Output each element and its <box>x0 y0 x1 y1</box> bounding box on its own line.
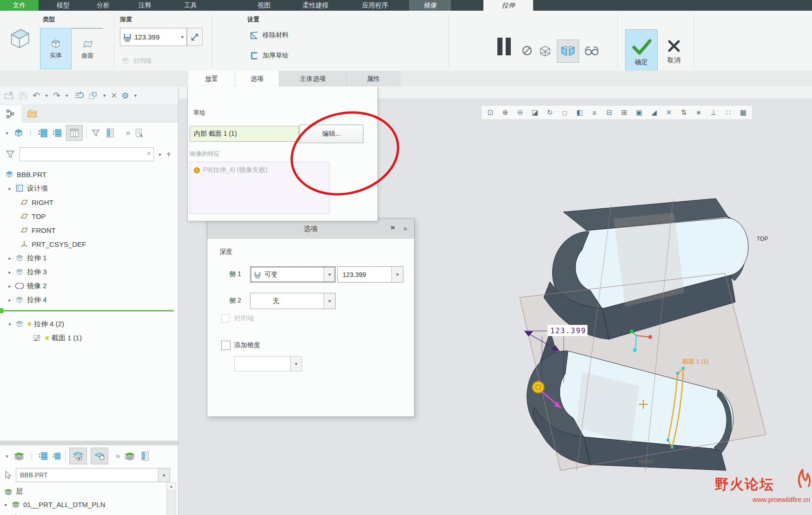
layer-model-dropdown-icon[interactable]: ▾ <box>158 469 170 482</box>
no-preview-icon[interactable] <box>522 45 533 56</box>
dimension-value[interactable]: 123.399 <box>550 327 586 335</box>
layers-icon[interactable] <box>13 450 25 462</box>
closed-end-option[interactable]: 封闭端 <box>121 56 152 66</box>
tree-search-input[interactable] <box>20 147 154 161</box>
tree-filter-icon[interactable] <box>91 128 101 138</box>
layer-item-def-dtm-pln[interactable]: ▸ 01__PRT_DEF_DTM_PLN <box>4 511 107 515</box>
menu-tab-file[interactable]: 文件 <box>0 0 39 11</box>
windows-dropdown-icon[interactable]: ▾ <box>102 93 107 98</box>
taper-dropdown-icon[interactable]: ▾ <box>290 357 302 371</box>
side1-depth-dropdown-icon[interactable]: ▾ <box>391 267 403 282</box>
surface-type-button[interactable]: 曲面 <box>72 28 103 69</box>
tree-settings-icon[interactable] <box>105 127 116 139</box>
tab-placement[interactable]: 放置 <box>188 71 235 86</box>
expand-list-icon[interactable] <box>37 127 48 139</box>
layer-root[interactable]: 层 <box>4 485 23 497</box>
expand-icon[interactable]: ▸ <box>7 270 12 275</box>
menu-tab-model[interactable]: 模型 <box>45 0 82 11</box>
layer-collapse-list-icon[interactable] <box>52 451 61 461</box>
tree-item-top-plane[interactable]: TOP <box>20 210 46 222</box>
tree-item-csys[interactable]: PRT_CSYS_DEF <box>20 238 86 250</box>
menu-tab-annotate[interactable]: 注释 <box>126 0 164 11</box>
layer-expand-list-icon[interactable] <box>38 451 48 461</box>
tree-doc-icon[interactable] <box>134 128 144 138</box>
menu-tab-view[interactable]: 视图 <box>245 0 283 11</box>
tree-item-section1[interactable]: ✳ 截面 1 (1) <box>33 332 82 344</box>
options-dialog-titlebar[interactable]: 选项 <box>207 219 414 239</box>
gear-icon[interactable]: ⚙ <box>121 91 129 101</box>
closed-end-checkbox[interactable] <box>221 314 230 323</box>
sketch-reference-field[interactable]: 内部 截面 1 (1) <box>190 126 299 142</box>
tree-item-front-plane[interactable]: FRONT <box>20 224 56 236</box>
menu-tab-applications[interactable]: 应用程序 <box>352 0 398 11</box>
layer-model-selector[interactable]: BBB.PRT ▾ <box>16 468 170 482</box>
close-dialog-icon[interactable]: × <box>403 224 408 234</box>
gear-dropdown-icon[interactable]: ▾ <box>133 93 138 98</box>
close-window-icon[interactable]: ✕ <box>111 91 117 100</box>
menu-tab-extrude[interactable]: 拉伸 <box>483 0 533 11</box>
tree-item-extrude4-2[interactable]: ▾ ✳ 拉伸 4 (2) <box>7 318 64 330</box>
wireframe-preview-icon[interactable] <box>537 43 553 59</box>
folder-browser-tab[interactable] <box>21 105 43 123</box>
depth-value[interactable]: 123.399 <box>134 33 159 41</box>
redo-dropdown-icon[interactable]: ▾ <box>65 93 69 98</box>
ok-button[interactable]: 确定 <box>625 29 658 74</box>
depth-value-combo[interactable]: 123.399 ▾ <box>120 28 187 46</box>
add-filter-icon[interactable]: + <box>166 149 172 160</box>
thicken-sketch-toggle[interactable]: 加厚草绘 <box>249 51 289 61</box>
collapse-list-icon[interactable] <box>52 128 62 138</box>
more-tools-icon[interactable]: » <box>126 129 130 137</box>
undo-dropdown-icon[interactable]: ▾ <box>44 93 49 98</box>
panel-splitter[interactable] <box>0 441 178 445</box>
undo-icon[interactable]: ↶ <box>33 90 40 101</box>
add-taper-checkbox[interactable] <box>221 341 231 350</box>
menu-tab-flexible-modeling[interactable]: 柔性建模 <box>292 0 339 11</box>
windows-icon[interactable] <box>88 91 98 101</box>
tree-item-design-items[interactable]: ▸ 设计项 <box>7 182 48 194</box>
remove-material-toggle[interactable]: 移除材料 <box>249 30 289 40</box>
clear-search-icon[interactable]: × <box>147 150 151 157</box>
layer-items-button[interactable] <box>91 448 108 464</box>
side2-mode-dropdown-icon[interactable]: ▾ <box>323 293 335 309</box>
expand-icon[interactable]: ▸ <box>4 502 8 507</box>
menu-tab-analysis[interactable]: 分析 <box>85 0 122 11</box>
solid-type-button[interactable]: 实体 <box>40 28 72 69</box>
side1-mode-combo[interactable]: 可变 ▾ <box>250 266 336 283</box>
menu-tab-tools[interactable]: 工具 <box>172 0 209 11</box>
pause-button[interactable] <box>495 33 513 60</box>
mirrored-feature-box[interactable]: F9(拉伸_4) (镜像失败) <box>190 162 330 214</box>
expand-icon[interactable]: ▸ <box>7 284 12 289</box>
regenerate-icon[interactable] <box>73 91 84 101</box>
insertion-locator-line[interactable] <box>1 310 174 311</box>
side1-depth-value[interactable]: 123.399 <box>338 271 366 278</box>
save-icon[interactable] <box>18 91 28 101</box>
taper-value-combo[interactable]: ▾ <box>234 356 302 371</box>
layer-visibility-button[interactable] <box>69 448 87 464</box>
tab-properties[interactable]: 属性 <box>347 71 400 86</box>
tree-item-extrude3[interactable]: ▸ 拉伸 3 <box>7 266 47 278</box>
tree-item-extrude1[interactable]: ▸ 拉伸 1 <box>7 252 47 264</box>
dock-pin-icon[interactable]: ⚑ <box>389 224 396 232</box>
tab-options[interactable]: 选项 <box>235 71 279 86</box>
collapse-icon[interactable]: ▾ <box>7 322 12 327</box>
cancel-button[interactable]: 取消 <box>659 29 689 73</box>
tree-columns-button[interactable] <box>66 125 83 141</box>
tab-body-options[interactable]: 主体选项 <box>279 71 347 86</box>
tree-item-mirror2[interactable]: ▸ 镜像 2 <box>7 280 47 292</box>
side1-depth-combo[interactable]: 123.399 ▾ <box>337 266 403 283</box>
tree-item-right-plane[interactable]: RIGHT <box>20 196 53 208</box>
expand-icon[interactable]: ▸ <box>7 186 12 191</box>
edit-sketch-button[interactable]: 编辑... <box>299 125 363 143</box>
menu-tab-mirror[interactable]: 镜像 <box>409 0 451 11</box>
tree-collapse-icon[interactable]: ▾ <box>5 131 9 136</box>
panel-grip[interactable]: · · · · <box>188 87 377 92</box>
layer-item-all-dtm-pln[interactable]: ▸ 01__PRT_ALL_DTM_PLN <box>4 498 105 510</box>
open-icon[interactable] <box>4 91 14 101</box>
layer-scrollbar[interactable]: ▲ <box>166 482 176 515</box>
layer-list-icon[interactable] <box>124 450 136 462</box>
depth-dropdown-icon[interactable]: ▾ <box>181 34 186 40</box>
model-tree-tab[interactable] <box>0 105 21 123</box>
scroll-up-icon[interactable]: ▲ <box>167 483 176 491</box>
show-features-icon[interactable] <box>13 127 24 139</box>
layer-collapse-icon[interactable]: ▾ <box>5 454 9 459</box>
